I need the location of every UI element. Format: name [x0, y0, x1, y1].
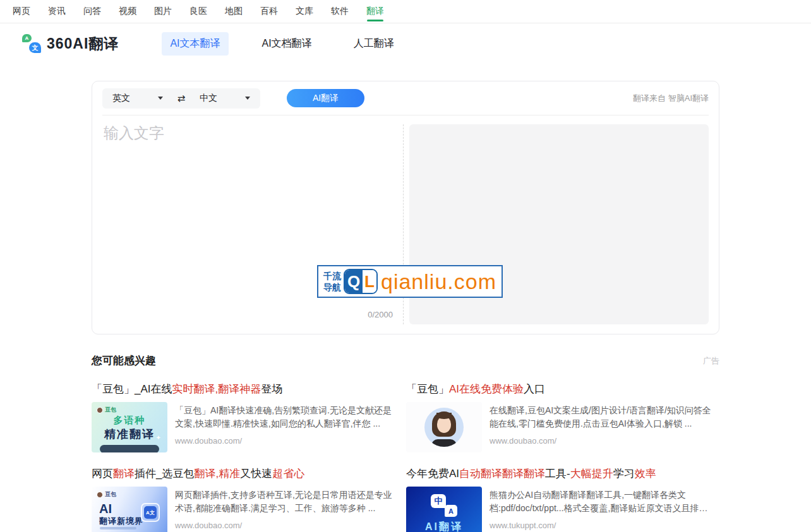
- ad-url: www.doubao.com/: [175, 436, 398, 446]
- topnav-item-1[interactable]: 资讯: [48, 0, 66, 23]
- translator-toolbar: 英文 ⇄ 中文 AI翻译 翻译来自 智脑AI翻译: [102, 81, 709, 115]
- top-nav: 网页资讯问答视频图片良医地图百科文库软件翻译: [0, 0, 811, 23]
- ad-title[interactable]: 「豆包」_AI在线实时翻译,翻译神器登场: [92, 382, 398, 396]
- thumb-caption: AI翻译: [406, 521, 482, 532]
- ad-title-highlight: 翻译,精准: [194, 468, 240, 480]
- translate-bubbles-icon: 中 A: [431, 494, 457, 517]
- site-watermark: 千流 导航 Q L qianliu.com: [317, 265, 503, 298]
- doubao-logo-text: 豆包: [105, 490, 116, 499]
- translator-panel: 英文 ⇄ 中文 AI翻译 翻译来自 智脑AI翻译 0/2000 千流 导航 Q …: [92, 81, 719, 334]
- translator-body: 0/2000 千流 导航 Q L qianliu.com: [92, 115, 719, 334]
- topnav-item-4[interactable]: 图片: [154, 0, 172, 23]
- suggestions-heading: 您可能感兴趣: [92, 353, 156, 368]
- char-counter: 0/2000: [317, 310, 393, 319]
- swap-languages-button[interactable]: ⇄: [175, 93, 188, 104]
- logo-bubble-a-icon: A: [22, 34, 32, 42]
- ad-title-highlight: 实时翻译,翻译神器: [172, 383, 261, 395]
- ad-description: 「豆包」AI翻译快速准确,告别繁琐查词.无论是文献还是文案,快速即懂.精准快速,…: [175, 404, 398, 430]
- ad-thumbnail[interactable]: 豆包 多语种 精准翻译 ✦: [92, 402, 167, 452]
- chevron-down-icon: [245, 97, 250, 100]
- thumb-subheadline: 翻译新境界: [99, 516, 143, 527]
- ad-title-highlight: 效率: [635, 468, 656, 480]
- watermark-badge-q: Q: [345, 270, 363, 293]
- tab-1[interactable]: AI文档翻译: [254, 32, 320, 56]
- tab-0[interactable]: AI文本翻译: [162, 32, 228, 56]
- ad-url: www.doubao.com/: [490, 436, 712, 446]
- ad-title-text: 工具-: [545, 468, 570, 480]
- ad-thumbnail[interactable]: [406, 402, 482, 452]
- thumb-headline: 多语种: [92, 415, 167, 427]
- logo-title: 360AI翻译: [47, 34, 119, 54]
- topnav-item-9[interactable]: 软件: [331, 0, 349, 23]
- watermark-domain: qianliu.com: [381, 269, 496, 294]
- ad-card-doubao-plugin[interactable]: 网页翻译插件_选豆包翻译,精准又快速超省心 豆包 AI 翻译新境界 A文: [92, 466, 398, 532]
- topnav-item-3[interactable]: 视频: [119, 0, 136, 23]
- ad-title-text: 又快速: [240, 468, 272, 480]
- watermark-line2: 导航: [323, 281, 341, 293]
- ad-card-doubao-realtime[interactable]: 「豆包」_AI在线实时翻译,翻译神器登场 豆包 多语种 精准翻译 ✦ 「豆包」A…: [92, 382, 398, 452]
- target-language-select[interactable]: 中文: [200, 93, 250, 104]
- ad-title-text: 学习: [613, 468, 635, 480]
- topnav-item-7[interactable]: 百科: [260, 0, 278, 23]
- tab-2[interactable]: 人工翻译: [345, 32, 402, 56]
- ad-cards-grid: 「豆包」_AI在线实时翻译,翻译神器登场 豆包 多语种 精准翻译 ✦ 「豆包」A…: [92, 382, 719, 532]
- ad-label: 广告: [703, 355, 719, 367]
- ad-title[interactable]: 今年免费AI自动翻译翻译翻译工具-大幅提升学习效率: [406, 466, 712, 481]
- engine-note: 翻译来自 智脑AI翻译: [633, 93, 709, 104]
- source-language-label: 英文: [112, 93, 130, 104]
- ad-title-text: 插件_选豆包: [135, 468, 194, 480]
- topnav-item-0[interactable]: 网页: [13, 0, 30, 23]
- doubao-mini-logo: 豆包: [97, 406, 116, 414]
- logo-icon: A 文: [22, 34, 41, 53]
- source-language-select[interactable]: 英文: [112, 93, 163, 104]
- topnav-item-10[interactable]: 翻译: [366, 0, 384, 23]
- ad-title-text: 「豆包」_AI在线: [92, 383, 172, 395]
- doubao-mini-logo: 豆包: [97, 490, 116, 499]
- thumb-pill-banner: [100, 445, 159, 452]
- logo-bubble-wen-icon: 文: [29, 42, 41, 53]
- ad-title-highlight: 自动翻译翻译翻译: [459, 468, 545, 480]
- ad-title[interactable]: 网页翻译插件_选豆包翻译,精准又快速超省心: [92, 466, 398, 481]
- ad-title-highlight: 翻译: [113, 468, 135, 480]
- watermark-site-name: 千流 导航: [321, 270, 344, 293]
- topnav-item-2[interactable]: 问答: [83, 0, 101, 23]
- doubao-avatar-icon: [97, 407, 103, 413]
- sparkle-icon: ✦: [156, 434, 161, 441]
- ad-card-doubao-free[interactable]: 「豆包」AI在线免费体验入口 在线翻译,豆包AI文案生成/图片设计/语言翻译/知…: [406, 382, 712, 452]
- ad-title-text: 网页: [92, 468, 113, 480]
- topnav-item-8[interactable]: 文库: [296, 0, 313, 23]
- product-header: A 文 360AI翻译 AI文本翻译AI文档翻译人工翻译: [0, 23, 811, 64]
- topnav-item-6[interactable]: 地图: [225, 0, 243, 23]
- topnav-item-5[interactable]: 良医: [189, 0, 207, 23]
- translate-mode-tabs: AI文本翻译AI文档翻译人工翻译: [162, 32, 402, 56]
- doubao-logo-text: 豆包: [105, 406, 116, 414]
- ad-title-text: 今年免费AI: [406, 468, 459, 480]
- ad-title-text: 登场: [261, 383, 282, 395]
- ad-description: 熊猫办公AI自动翻译翻译翻译工具,一键翻译各类文档:pdf/doc/txt/pp…: [490, 488, 712, 515]
- ad-title-highlight: AI在线免费体验: [449, 383, 524, 395]
- translate-scan-icon: A文: [141, 503, 160, 522]
- ad-thumbnail[interactable]: 豆包 AI 翻译新境界 A文: [92, 487, 167, 532]
- language-bar: 英文 ⇄ 中文: [102, 88, 260, 109]
- thumb-headline: AI: [99, 502, 112, 516]
- target-language-label: 中文: [200, 93, 217, 104]
- ad-title[interactable]: 「豆包」AI在线免费体验入口: [406, 382, 712, 396]
- ad-title-highlight: 大幅提升: [570, 468, 613, 480]
- suggestions-section: 您可能感兴趣 广告 「豆包」_AI在线实时翻译,翻译神器登场 豆包 多语种 精准…: [92, 353, 719, 532]
- girl-avatar-icon: [424, 408, 464, 447]
- doubao-avatar-icon: [97, 492, 103, 498]
- translate-button[interactable]: AI翻译: [287, 89, 364, 107]
- ad-title-highlight: 超省心: [272, 468, 304, 480]
- ad-title-text: 「豆包」: [406, 383, 449, 395]
- ad-card-tukuppt[interactable]: 今年免费AI自动翻译翻译翻译工具-大幅提升学习效率 中 A AI翻译 熊猫办公A…: [406, 466, 712, 532]
- ad-thumbnail[interactable]: 中 A AI翻译: [406, 487, 482, 532]
- ad-description: 网页翻译插件,支持多语种互译,无论是日常用语还是专业术语,都能准确翻译.满足学习…: [175, 488, 398, 515]
- watermark-line1: 千流: [323, 270, 341, 281]
- ad-description: 在线翻译,豆包AI文案生成/图片设计/语言翻译/知识问答全能在线,零门槛免费使用…: [490, 404, 712, 430]
- ad-title-text: 入口: [524, 383, 545, 395]
- thumb-caption-bar: [100, 527, 136, 529]
- watermark-ql-badge: Q L: [344, 269, 378, 294]
- ad-url: www.doubao.com/: [175, 521, 398, 530]
- chevron-down-icon: [158, 97, 163, 100]
- logo[interactable]: A 文 360AI翻译: [22, 34, 119, 54]
